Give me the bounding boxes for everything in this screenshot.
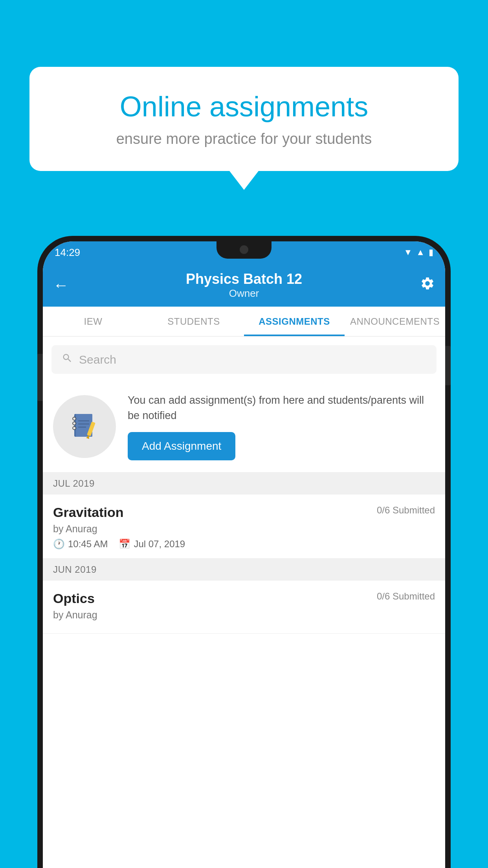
promo-section: You can add assignment(s) from here and … bbox=[43, 381, 445, 473]
settings-button[interactable] bbox=[420, 276, 435, 294]
speech-bubble-container: Online assignments ensure more practice … bbox=[29, 67, 459, 171]
signal-icon: ▲ bbox=[416, 247, 425, 257]
assignment-item-optics[interactable]: Optics 0/6 Submitted by Anurag bbox=[43, 581, 445, 634]
assignment-submitted: 0/6 Submitted bbox=[377, 505, 435, 516]
search-icon bbox=[62, 352, 73, 367]
phone-notch bbox=[216, 241, 272, 259]
back-button[interactable]: ← bbox=[53, 276, 69, 294]
svg-point-6 bbox=[73, 422, 76, 425]
assignment-name: Gravitation bbox=[53, 505, 123, 520]
wifi-icon: ▼ bbox=[404, 247, 412, 257]
app-header: ← Physics Batch 12 Owner bbox=[43, 263, 445, 307]
tab-iew[interactable]: IEW bbox=[43, 307, 143, 336]
assignment-item-gravitation[interactable]: Gravitation 0/6 Submitted by Anurag 🕐 10… bbox=[43, 495, 445, 559]
power-button bbox=[445, 346, 451, 385]
content-area: Search bbox=[43, 337, 445, 868]
calendar-icon: 📅 bbox=[119, 539, 130, 550]
meta-date: 📅 Jul 07, 2019 bbox=[119, 539, 185, 550]
svg-point-5 bbox=[73, 417, 76, 420]
speech-bubble-subtitle: ensure more practice for your students bbox=[57, 131, 431, 147]
assignment-by: by Anurag bbox=[53, 523, 435, 535]
header-title-group: Physics Batch 12 Owner bbox=[186, 271, 302, 300]
section-header-jun: JUN 2019 bbox=[43, 559, 445, 581]
tabs-bar: IEW STUDENTS ASSIGNMENTS ANNOUNCEMENTS bbox=[43, 307, 445, 337]
tab-announcements[interactable]: ANNOUNCEMENTS bbox=[345, 307, 445, 336]
volume-button bbox=[37, 354, 43, 401]
status-time: 14:29 bbox=[55, 246, 80, 259]
meta-time: 🕐 10:45 AM bbox=[53, 539, 108, 550]
tab-students[interactable]: STUDENTS bbox=[143, 307, 244, 336]
search-bar[interactable]: Search bbox=[51, 345, 437, 374]
header-subtitle: Owner bbox=[186, 287, 302, 300]
header-title: Physics Batch 12 bbox=[186, 271, 302, 287]
add-assignment-button[interactable]: Add Assignment bbox=[128, 432, 235, 460]
assignment-name-optics: Optics bbox=[53, 591, 95, 606]
svg-rect-4 bbox=[78, 427, 86, 428]
svg-rect-2 bbox=[78, 420, 89, 421]
assignment-top: Gravitation 0/6 Submitted bbox=[53, 505, 435, 520]
status-icons: ▼ ▲ ▮ bbox=[404, 247, 433, 257]
promo-text: You can add assignment(s) from here and … bbox=[128, 393, 435, 423]
assignment-time: 10:45 AM bbox=[68, 539, 108, 550]
assignment-by-optics: by Anurag bbox=[53, 609, 435, 621]
battery-icon: ▮ bbox=[429, 247, 433, 257]
speech-bubble-title: Online assignments bbox=[57, 90, 431, 123]
phone-screen: 14:29 ▼ ▲ ▮ ← Physics Batch 12 Owner bbox=[43, 241, 445, 868]
assignment-date: Jul 07, 2019 bbox=[134, 539, 185, 550]
clock-icon: 🕐 bbox=[53, 539, 65, 550]
promo-icon-circle bbox=[53, 395, 116, 458]
svg-point-7 bbox=[73, 427, 76, 430]
svg-rect-3 bbox=[78, 423, 89, 425]
assignment-top-optics: Optics 0/6 Submitted bbox=[53, 591, 435, 606]
promo-right: You can add assignment(s) from here and … bbox=[128, 393, 435, 460]
assignment-icon bbox=[69, 411, 100, 442]
assignment-meta: 🕐 10:45 AM 📅 Jul 07, 2019 bbox=[53, 539, 435, 550]
assignment-submitted-optics: 0/6 Submitted bbox=[377, 591, 435, 602]
speech-bubble: Online assignments ensure more practice … bbox=[29, 67, 459, 171]
tab-assignments[interactable]: ASSIGNMENTS bbox=[244, 307, 345, 336]
phone-frame: 14:29 ▼ ▲ ▮ ← Physics Batch 12 Owner bbox=[37, 236, 451, 868]
search-placeholder: Search bbox=[79, 353, 116, 366]
section-header-jul: JUL 2019 bbox=[43, 473, 445, 495]
